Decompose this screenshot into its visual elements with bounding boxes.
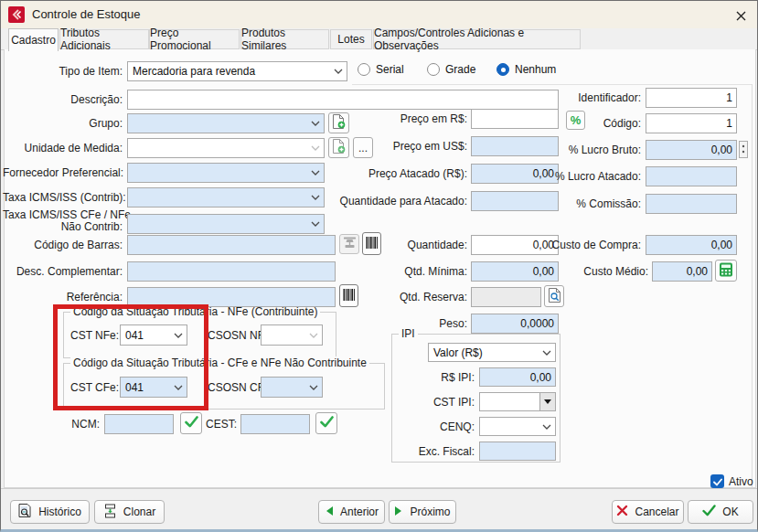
unidade-de-medida-label: Unidade de Medida: [3,142,123,154]
cst-cfe-combobox[interactable]: 041 [120,377,187,398]
history-search-icon [18,504,32,520]
rs-ipi-label: R$ IPI: [394,371,475,384]
check-icon [185,416,198,431]
cest-label: CEST: [198,418,237,431]
ativo-label: Ativo [729,475,753,488]
custo-medio-input[interactable]: 0,00 [652,261,712,282]
qtd-minima-label: Qtd. Mínima: [304,265,467,278]
taxa-icms-cfe-label-line2: Não Contrib: [3,220,123,233]
grupo-combobox[interactable] [127,113,325,133]
check-icon [713,473,722,490]
tipo-de-item-label: Tipo de Item: [3,65,123,78]
tipo-de-item-value: Mercadoria para revenda [128,65,330,78]
codigo-de-barras-label: Código de Barras: [3,239,123,251]
cst-cfe-group-legend: Código da Situação Tributária - CFe e NF… [70,356,369,369]
csosn-cfe-combobox[interactable] [261,377,323,398]
ncm-label: NCM: [56,418,100,431]
previous-arrow-icon [325,505,334,519]
lucro-bruto-label: % Lucro Bruto: [511,144,641,156]
quantidade-atacado-label: Quantidade para Atacado: [304,195,467,207]
exc-fiscal-input[interactable] [479,442,556,461]
chevron-down-icon [307,215,324,233]
codigo-input[interactable]: 1 [646,113,737,133]
cenq-label: CENQ: [394,420,475,433]
titlebar: Controle de Estoque [1,1,757,28]
taxa-icms-cfe-combobox[interactable] [127,214,325,234]
cst-cfe-label: CST CFe: [70,381,119,394]
window-title: Controle de Estoque [32,7,141,21]
comissao-label: % Comissão: [511,197,641,210]
preco-uss-label: Preço em US$: [304,140,467,153]
taxa-icms-contrib-combobox[interactable] [127,187,325,207]
custo-compra-label: Custo de Compra: [511,239,641,251]
custo-compra-input[interactable]: 0,00 [646,235,737,255]
recalculate-button[interactable] [715,260,737,282]
peso-input[interactable]: 0,0000 [471,314,559,334]
peso-label: Peso: [304,317,467,330]
custo-medio-label: Custo Médio: [518,265,648,278]
cancelar-button[interactable]: Cancelar [612,500,684,524]
clonar-button[interactable]: Clonar [94,500,165,524]
descricao-input[interactable] [127,90,559,110]
referencia-label: Referência: [3,291,123,303]
proximo-button[interactable]: Próximo [389,500,456,524]
ok-button[interactable]: OK [688,500,753,524]
anterior-button[interactable]: Anterior [318,500,385,524]
radio-grade-label: Grade [445,63,475,76]
lucro-atacado-input[interactable] [646,166,737,186]
cenq-combobox[interactable] [479,417,556,436]
qtd-reserva-input [471,287,541,307]
radio-icon [358,63,370,76]
tipo-de-item-combobox[interactable]: Mercadoria para revenda [127,61,347,81]
reserva-search-button[interactable] [544,285,564,307]
ncm-input[interactable] [104,414,174,434]
rs-ipi-input[interactable]: 0,00 [479,367,556,387]
radio-icon [427,63,440,76]
chevron-down-icon [170,325,187,345]
tab-cadastro[interactable]: Cadastro [8,28,59,51]
close-icon[interactable] [732,7,749,24]
cst-ipi-combobox[interactable] [479,392,556,411]
radio-checked-icon [496,63,509,76]
exc-fiscal-label: Exc. Fiscal: [394,445,475,458]
quantidade-label: Quantidade: [304,239,467,251]
historico-button[interactable]: Histórico [10,500,90,524]
panel-divider-horizontal [352,84,752,85]
fornecedor-preferencial-combobox[interactable] [127,163,325,183]
unidade-de-medida-combobox[interactable] [127,138,325,158]
ok-label: OK [722,505,738,518]
radio-serial[interactable]: Serial [358,63,404,76]
descricao-label: Descrição: [3,93,123,106]
historico-label: Histórico [38,505,81,518]
radio-nenhum[interactable]: Nenhum [496,63,556,76]
tab-campos-controles[interactable]: Campos/Controles Adicionas e Observações [373,29,581,49]
spinner-button[interactable] [739,141,748,158]
comissao-input[interactable] [646,194,737,214]
tab-produtos-similares[interactable]: Produtos Similares [240,29,329,49]
proximo-label: Próximo [410,505,450,518]
ativo-checkbox[interactable] [710,474,724,488]
controle-de-estoque-window: Controle de Estoque Cadastro Tributos Ad… [0,0,758,532]
identificador-input[interactable]: 1 [646,88,737,108]
cst-nfe-combobox[interactable]: 041 [120,325,187,346]
fornecedor-preferencial-label: Fornecedor Preferencial: [3,166,123,179]
cancelar-label: Cancelar [635,505,678,518]
chevron-down-icon [170,378,187,397]
radio-nenhum-label: Nenhum [515,63,556,76]
lucro-bruto-input[interactable]: 0,00 [646,140,737,160]
dropdown-arrow-icon [539,393,555,410]
ipi-tipo-combobox[interactable]: Valor (R$) [428,343,556,362]
tab-lotes[interactable]: Lotes [330,29,372,49]
cst-cfe-value: 041 [121,381,170,394]
chevron-down-icon [539,344,555,361]
cancel-x-icon [616,505,628,519]
cest-input[interactable] [240,414,310,434]
panel-divider-vertical [752,84,753,487]
ok-check-icon [702,505,716,519]
calculator-icon [719,262,733,280]
radio-grade[interactable]: Grade [427,63,475,76]
tab-tributos-adicionais[interactable]: Tributos Adicionais [59,29,149,49]
radio-serial-label: Serial [376,63,404,76]
tab-preco-promocional[interactable]: Preço Promocional [149,29,240,49]
cest-validate-button[interactable] [315,412,337,434]
